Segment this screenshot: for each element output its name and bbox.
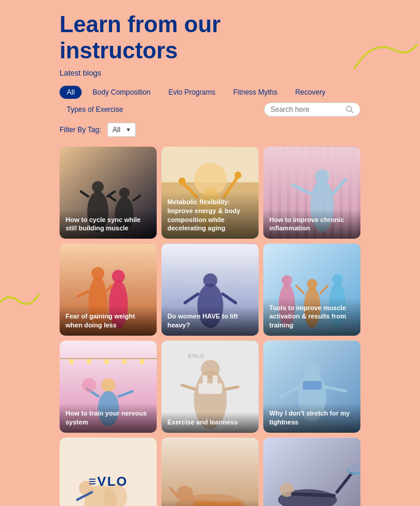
svg-point-64 (101, 378, 116, 392)
svg-point-63 (139, 360, 144, 364)
card-1-title: How to cycle sync while still building m… (66, 216, 141, 232)
blog-card-11[interactable]: How to cut your workout time in half, (161, 438, 259, 506)
card-4-title: Fear of gaining weight when doing less (66, 313, 135, 329)
card-5-overlay: Do women HAVE to lift heavy? (161, 306, 259, 336)
svg-line-1 (351, 111, 353, 113)
svg-point-52 (307, 279, 318, 289)
svg-text:EVLO: EVLO (188, 352, 204, 359)
card-11-image (161, 438, 259, 506)
card-11-overlay: How to cut your workout time in half, (161, 500, 259, 506)
card-12-image (263, 438, 360, 506)
blog-card-2[interactable]: Metabolic flexibility: Improve energy & … (161, 146, 259, 239)
blog-card-3[interactable]: How to improve chronic inflammation (263, 146, 360, 239)
tab-types-of-exercise[interactable]: Types of Exercise (60, 103, 130, 116)
blog-grid: How to cycle sync while still building m… (60, 146, 360, 506)
card-3-title: How to improve chronic inflammation (269, 216, 344, 232)
svg-rect-101 (349, 466, 360, 472)
svg-point-59 (69, 360, 74, 364)
svg-rect-72 (198, 383, 222, 394)
card-1-overlay: How to cycle sync while still building m… (60, 210, 157, 239)
search-box (264, 102, 360, 117)
svg-line-98 (293, 494, 334, 496)
svg-point-68 (82, 378, 97, 392)
blog-card-9[interactable]: Why I don't stretch for my tightness (263, 341, 360, 433)
blog-card-12[interactable]: Help! I can't feel my glutes (263, 438, 360, 506)
tab-fitness-myths[interactable]: Fitness Myths (226, 86, 284, 99)
filter-row: Filter By Tag: All (60, 123, 360, 137)
card-7-title: How to train your nervous system (66, 410, 147, 426)
search-icon (346, 105, 354, 114)
tab-body-composition[interactable]: Body Composition (85, 86, 157, 99)
blog-card-8[interactable]: EVLO Exercise and leanness (161, 341, 259, 433)
page-wrapper: Learn from our instructors Latest blogs … (0, 0, 420, 506)
card-5-title: Do women HAVE to lift heavy? (167, 313, 238, 329)
svg-point-45 (203, 273, 217, 288)
svg-point-38 (91, 267, 104, 280)
tab-recovery[interactable]: Recovery (288, 86, 332, 99)
filter-label: Filter By Tag: (60, 126, 101, 134)
tag-filter-wrapper: All (107, 123, 136, 137)
card-6-overlay: Tools to improve muscle activation & res… (263, 298, 360, 336)
svg-point-60 (86, 360, 91, 364)
svg-rect-74 (213, 375, 217, 385)
card-6-title: Tools to improve muscle activation & res… (269, 304, 346, 329)
tab-evlo-programs[interactable]: Evlo Programs (161, 86, 223, 99)
tag-filter-select[interactable]: All (107, 123, 136, 137)
blog-card-10[interactable]: ≡VLO (60, 438, 157, 506)
card-4-overlay: Fear of gaining weight when doing less (60, 306, 157, 336)
evlo-logo: ≡VLO (88, 474, 127, 490)
svg-point-50 (282, 275, 293, 286)
card-9-overlay: Why I don't stretch for my tightness (263, 403, 360, 433)
deco-top-right (349, 33, 420, 80)
svg-point-62 (122, 360, 127, 364)
svg-point-61 (104, 360, 109, 364)
card-8-overlay: Exercise and leanness (161, 412, 259, 433)
svg-rect-83 (303, 381, 322, 390)
blog-card-6[interactable]: Tools to improve muscle activation & res… (263, 243, 360, 336)
blog-card-7[interactable]: How to train your nervous system (60, 341, 157, 433)
svg-point-40 (112, 270, 125, 283)
card-10-image (60, 438, 157, 506)
svg-rect-73 (203, 375, 207, 385)
svg-point-33 (315, 170, 329, 184)
card-3-overlay: How to improve chronic inflammation (263, 210, 360, 239)
card-7-overlay: How to train your nervous system (60, 403, 157, 433)
svg-point-80 (304, 362, 321, 379)
filter-tabs: All Body Composition Evlo Programs Fitne… (60, 86, 360, 117)
search-input[interactable] (270, 105, 342, 114)
blog-card-4[interactable]: Fear of gaining weight when doing less (60, 243, 157, 336)
card-2-title: Metabolic flexibility: Improve energy & … (167, 198, 240, 232)
svg-point-19 (234, 172, 241, 179)
svg-point-54 (332, 274, 343, 285)
deco-mid-left (0, 289, 42, 313)
card-2-overlay: Metabolic flexibility: Improve energy & … (161, 192, 259, 239)
blog-card-5[interactable]: Do women HAVE to lift heavy? (161, 243, 259, 336)
card-8-title: Exercise and leanness (167, 418, 238, 426)
svg-point-18 (179, 178, 186, 185)
page-title: Learn from our instructors (60, 12, 226, 64)
blog-card-1[interactable]: How to cycle sync while still building m… (60, 146, 157, 239)
tab-all[interactable]: All (60, 86, 82, 99)
card-9-title: Why I don't stretch for my tightness (269, 410, 350, 426)
latest-blogs-label: Latest blogs (60, 68, 360, 77)
svg-point-5 (92, 182, 104, 193)
svg-point-9 (119, 188, 130, 198)
